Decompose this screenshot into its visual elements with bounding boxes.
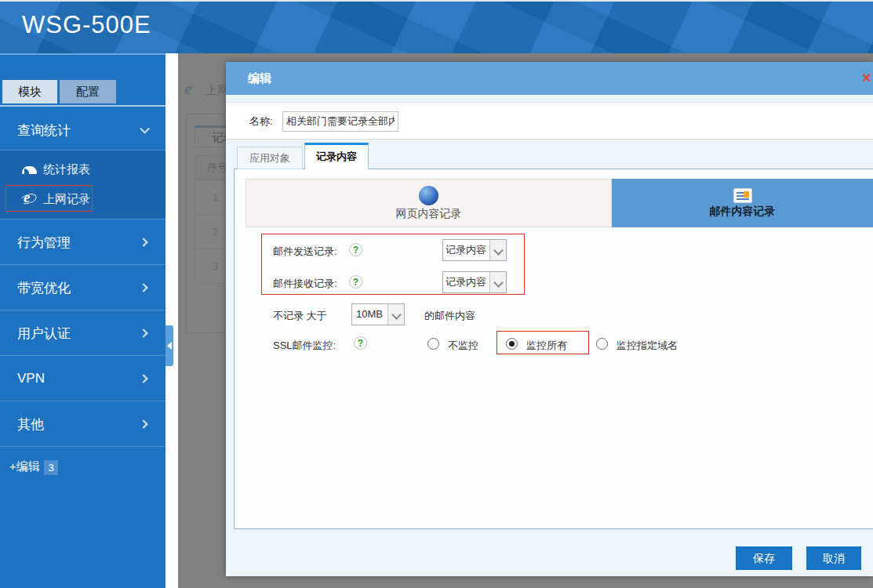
help-icon[interactable]: ? xyxy=(349,243,362,256)
annotation-red-box xyxy=(5,185,93,212)
sidebar-item-behavior-mgmt[interactable]: 行为管理 xyxy=(0,220,166,265)
segment-web-content[interactable]: 网页内容记录 xyxy=(246,179,612,227)
tab-application-target[interactable]: 应用对象 xyxy=(237,147,303,169)
radio-no-monitor[interactable] xyxy=(427,338,439,350)
help-icon[interactable]: ? xyxy=(354,336,367,350)
dialog-titlebar: 编辑 × xyxy=(226,62,873,95)
edit-dialog: 编辑 × 名称: 应用对象 记录内容 网页内容记录 邮件内容记录 邮件发送记录:… xyxy=(226,62,873,576)
save-button[interactable]: 保存 xyxy=(736,546,792,570)
sidebar-collapse-handle[interactable] xyxy=(166,325,173,366)
chevron-down-icon xyxy=(489,272,506,292)
radio-monitor-domains[interactable] xyxy=(596,338,608,350)
chevron-right-icon xyxy=(139,328,147,337)
sidebar-item-user-auth[interactable]: 用户认证 xyxy=(0,310,166,356)
mail-icon xyxy=(733,188,752,203)
chevron-down-icon xyxy=(387,304,404,325)
chevron-right-icon xyxy=(139,419,147,428)
mail-send-select[interactable]: 记录内容 xyxy=(442,239,507,261)
app-header: WSG-500E xyxy=(0,0,873,53)
radio-monitor-all[interactable] xyxy=(506,338,518,350)
size-limit-suffix: 的邮件内容 xyxy=(424,309,475,323)
sidebar-edit-link[interactable]: +编辑 3 xyxy=(9,459,158,477)
dialog-title: 编辑 xyxy=(248,62,271,95)
sidebar: 模块 配置 查询统计 统计报表 e 上网记录 行为管理 带宽优化 用户认证 VP… xyxy=(0,53,166,588)
sidebar-item-query-stats[interactable]: 查询统计 xyxy=(0,110,166,151)
sidebar-item-stat-report[interactable]: 统计报表 xyxy=(0,155,166,183)
chart-icon xyxy=(22,166,37,174)
sidebar-tab-config[interactable]: 配置 xyxy=(60,80,116,103)
close-icon[interactable]: × xyxy=(862,69,873,86)
chevron-down-icon xyxy=(489,240,506,260)
name-label: 名称: xyxy=(249,103,273,140)
chevron-right-icon xyxy=(139,238,147,246)
radio-monitor-domains-label[interactable]: 监控指定域名 xyxy=(617,339,678,353)
segment-mail-content[interactable]: 邮件内容记录 xyxy=(612,179,873,227)
size-limit-select[interactable]: 10MB xyxy=(351,303,405,325)
chevron-left-icon xyxy=(167,342,172,350)
help-icon[interactable]: ? xyxy=(349,275,362,289)
app-title: WSG-500E xyxy=(22,11,151,39)
radio-monitor-all-label[interactable]: 监控所有 xyxy=(526,339,567,353)
sidebar-tabs-underline xyxy=(0,105,166,107)
mail-send-label: 邮件发送记录: xyxy=(273,245,337,259)
name-input[interactable] xyxy=(282,111,398,132)
radio-no-monitor-label[interactable]: 不监控 xyxy=(448,339,478,353)
chevron-down-icon xyxy=(140,123,150,133)
tab-record-content[interactable]: 记录内容 xyxy=(304,143,369,169)
mail-recv-label: 邮件接收记录: xyxy=(273,277,337,291)
chevron-right-icon xyxy=(139,283,147,292)
edit-count-badge: 3 xyxy=(44,460,58,475)
ssl-monitor-label: SSL邮件监控: xyxy=(273,339,336,353)
chevron-right-icon xyxy=(139,374,147,383)
cancel-button[interactable]: 取消 xyxy=(806,546,861,570)
record-content-panel: 网页内容记录 邮件内容记录 邮件发送记录: ? 记录内容 邮件接收记录: ? 记… xyxy=(234,169,873,529)
sidebar-item-other[interactable]: 其他 xyxy=(0,401,166,447)
sidebar-tab-module[interactable]: 模块 xyxy=(2,80,57,103)
content-type-segments: 网页内容记录 邮件内容记录 xyxy=(246,179,873,227)
sidebar-item-vpn[interactable]: VPN xyxy=(0,356,166,401)
mail-recv-select[interactable]: 记录内容 xyxy=(442,271,507,293)
sidebar-item-bandwidth[interactable]: 带宽优化 xyxy=(0,265,166,310)
size-limit-prefix: 不记录 大于 xyxy=(273,309,327,323)
sidebar-submenu: 统计报表 e 上网记录 xyxy=(0,151,166,220)
name-row: 名称: xyxy=(226,102,873,140)
globe-icon xyxy=(419,186,438,205)
